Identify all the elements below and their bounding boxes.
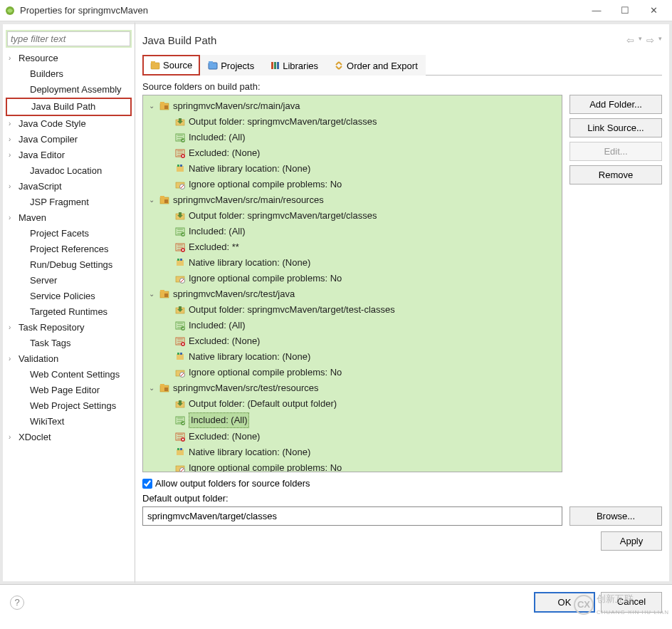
sidebar-item-java-code-style[interactable]: ›Java Code Style — [6, 116, 132, 132]
allow-output-checkbox[interactable] — [142, 479, 152, 489]
sidebar-item-java-editor[interactable]: ›Java Editor — [6, 147, 132, 163]
tab-order-and-export[interactable]: Order and Export — [326, 55, 426, 76]
link-source-button[interactable]: Link Source... — [569, 118, 662, 137]
source-attr-native[interactable]: Native library location: (None) — [145, 161, 560, 177]
sidebar-item-wikitext[interactable]: WikiText — [6, 414, 132, 430]
forward-arrow-icon[interactable]: ⇨ — [646, 35, 654, 46]
source-folder[interactable]: ⌄springmvcMaven/src/test/java — [145, 286, 560, 302]
sidebar-item-project-facets[interactable]: Project Facets — [6, 226, 132, 241]
svg-rect-43 — [177, 353, 179, 355]
tab-label: Order and Export — [347, 61, 418, 71]
source-attr-native[interactable]: Native library location: (None) — [145, 255, 560, 271]
sidebar-item-xdoclet[interactable]: ›XDoclet — [6, 430, 132, 445]
maximize-button[interactable]: ☐ — [611, 1, 639, 20]
sidebar-item-task-repository[interactable]: ›Task Repository — [6, 320, 132, 336]
sidebar-item-resource[interactable]: ›Resource — [6, 51, 132, 66]
sidebar-item-label: Web Project Settings — [30, 400, 116, 412]
tab-label: Libraries — [283, 61, 318, 71]
chevron-right-icon: › — [9, 353, 17, 365]
sidebar-item-label: Task Tags — [30, 337, 71, 350]
apply-button[interactable]: Apply — [601, 531, 662, 551]
source-attr-label: Ignore optional compile problems: No — [189, 461, 342, 472]
sidebar-item-label: WikiText — [30, 415, 64, 428]
sidebar-item-task-tags[interactable]: Task Tags — [6, 336, 132, 351]
default-output-input[interactable] — [142, 506, 562, 526]
svg-rect-48 — [160, 384, 164, 386]
source-attr-include[interactable]: Included: (All) — [145, 318, 560, 333]
source-attr-native[interactable]: Native library location: (None) — [145, 445, 560, 460]
source-attr-output[interactable]: Output folder: (Default output folder) — [145, 396, 560, 412]
browse-button[interactable]: Browse... — [569, 506, 662, 526]
sidebar-item-web-project-settings[interactable]: Web Project Settings — [6, 398, 132, 414]
source-attr-include[interactable]: Included: (All) — [145, 224, 560, 239]
sidebar-item-server[interactable]: Server — [6, 273, 132, 288]
source-tree[interactable]: ⌄springmvcMaven/src/main/javaOutput fold… — [142, 95, 562, 472]
sidebar-item-label: Task Repository — [19, 321, 84, 334]
sidebar-item-targeted-runtimes[interactable]: Targeted Runtimes — [6, 304, 132, 320]
chevron-down-icon: ⌄ — [149, 381, 159, 395]
sidebar-item-java-compiler[interactable]: ›Java Compiler — [6, 132, 132, 147]
tab-source[interactable]: Source — [142, 55, 200, 76]
sidebar-item-label: Maven — [19, 212, 46, 224]
remove-button[interactable]: Remove — [569, 165, 662, 184]
ignore-icon — [174, 274, 186, 284]
source-attr-exclude[interactable]: Excluded: ** — [145, 239, 560, 255]
source-attr-ignore[interactable]: Ignore optional compile problems: No — [145, 271, 560, 286]
source-attr-include[interactable]: Included: (All) — [145, 130, 560, 145]
source-folder[interactable]: ⌄springmvcMaven/src/main/java — [145, 98, 560, 114]
edit-button[interactable]: Edit... — [569, 142, 662, 161]
source-attr-output[interactable]: Output folder: springmvcMaven/target/cla… — [145, 114, 560, 130]
source-attr-ignore[interactable]: Ignore optional compile problems: No — [145, 365, 560, 380]
close-button[interactable]: ✕ — [639, 1, 668, 20]
sidebar-item-service-policies[interactable]: Service Policies — [6, 288, 132, 304]
sidebar-item-builders[interactable]: Builders — [6, 66, 132, 82]
svg-rect-23 — [164, 199, 168, 203]
minimize-button[interactable]: — — [582, 1, 611, 20]
allow-output-checkbox-row[interactable]: Allow output folders for source folders — [142, 478, 662, 489]
main-content: Java Build Path ⇦▾ ⇨▾ SourceProjectsLibr… — [135, 21, 672, 584]
source-folder[interactable]: ⌄springmvcMaven/src/test/resources — [145, 380, 560, 396]
back-arrow-icon[interactable]: ⇦ — [626, 35, 634, 46]
native-icon — [174, 352, 186, 362]
sidebar-item-javascript[interactable]: ›JavaScript — [6, 179, 132, 194]
svg-rect-22 — [160, 196, 164, 198]
source-attr-native[interactable]: Native library location: (None) — [145, 349, 560, 365]
sidebar-item-jsp-fragment[interactable]: JSP Fragment — [6, 194, 132, 210]
sidebar-item-web-page-editor[interactable]: Web Page Editor — [6, 383, 132, 398]
help-icon[interactable]: ? — [10, 596, 24, 610]
source-attr-ignore[interactable]: Ignore optional compile problems: No — [145, 460, 560, 472]
svg-rect-4 — [209, 61, 213, 63]
sidebar-item-web-content-settings[interactable]: Web Content Settings — [6, 367, 132, 383]
sidebar-item-javadoc-location[interactable]: Javadoc Location — [6, 163, 132, 179]
sidebar-item-validation[interactable]: ›Validation — [6, 351, 132, 367]
sidebar-item-project-references[interactable]: Project References — [6, 241, 132, 257]
chevron-right-icon: › — [9, 212, 17, 224]
source-folder[interactable]: ⌄springmvcMaven/src/main/resources — [145, 192, 560, 208]
sidebar-item-maven[interactable]: ›Maven — [6, 210, 132, 226]
sidebar-item-java-build-path[interactable]: Java Build Path — [6, 98, 132, 116]
tab-libraries[interactable]: Libraries — [262, 55, 326, 76]
source-attr-exclude[interactable]: Excluded: (None) — [145, 429, 560, 445]
source-attr-ignore[interactable]: Ignore optional compile problems: No — [145, 177, 560, 192]
sidebar-item-label: Web Page Editor — [30, 384, 100, 397]
source-attr-include[interactable]: Included: (All) — [145, 412, 560, 429]
source-folder-label: springmvcMaven/src/test/resources — [173, 381, 318, 395]
output-icon — [174, 117, 186, 127]
source-folder-label: springmvcMaven/src/main/java — [173, 99, 300, 113]
source-attr-label: Excluded: ** — [189, 240, 239, 254]
source-attr-output[interactable]: Output folder: springmvcMaven/target/cla… — [145, 208, 560, 224]
svg-rect-31 — [180, 259, 182, 261]
filter-input[interactable] — [7, 31, 130, 46]
add-folder-button[interactable]: Add Folder... — [569, 95, 662, 114]
native-icon — [174, 164, 186, 174]
sidebar-item-run-debug-settings[interactable]: Run/Debug Settings — [6, 257, 132, 273]
sidebar-tree: ›ResourceBuildersDeployment AssemblyJava… — [6, 51, 132, 578]
sidebar-item-deployment-assembly[interactable]: Deployment Assembly — [6, 82, 132, 98]
source-attr-exclude[interactable]: Excluded: (None) — [145, 145, 560, 161]
tab-projects[interactable]: Projects — [200, 55, 262, 76]
svg-rect-9 — [160, 102, 164, 104]
include-icon — [174, 227, 186, 236]
source-attr-exclude[interactable]: Excluded: (None) — [145, 333, 560, 349]
source-folder-label: springmvcMaven/src/main/resources — [173, 193, 324, 207]
source-attr-output[interactable]: Output folder: springmvcMaven/target/tes… — [145, 302, 560, 318]
